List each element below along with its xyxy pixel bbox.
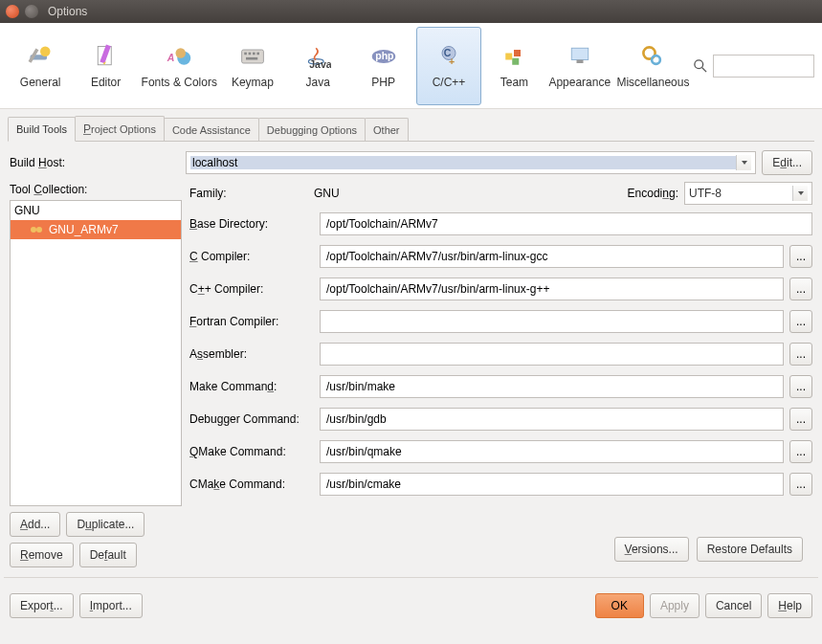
cmake-command-input[interactable] bbox=[320, 473, 784, 496]
build-host-value: localhost bbox=[190, 156, 736, 169]
cpp-compiler-input[interactable] bbox=[320, 278, 784, 300]
make-command-label: Make Command: bbox=[189, 380, 314, 393]
cpp-compiler-label: C++ Compiler: bbox=[189, 282, 314, 296]
category-toolbar: General Editor A Fonts & Colors Keymap J… bbox=[0, 23, 822, 109]
cpp-icon: C+ bbox=[435, 43, 462, 70]
tab-build-tools[interactable]: Build Tools bbox=[8, 117, 76, 142]
appearance-icon bbox=[567, 43, 593, 70]
category-label: General bbox=[20, 76, 61, 89]
chevron-down-icon[interactable] bbox=[736, 155, 751, 170]
svg-rect-22 bbox=[514, 50, 521, 56]
svg-point-31 bbox=[36, 227, 42, 233]
category-java[interactable]: Java Java bbox=[285, 27, 350, 105]
tool-collection-label: Tool Collection: bbox=[10, 179, 182, 200]
svg-text:A: A bbox=[167, 52, 175, 63]
fortran-compiler-browse-button[interactable]: ... bbox=[789, 310, 812, 333]
close-icon[interactable] bbox=[6, 5, 19, 18]
category-team[interactable]: Team bbox=[481, 27, 546, 105]
svg-text:php: php bbox=[375, 49, 393, 60]
assembler-browse-button[interactable]: ... bbox=[789, 343, 812, 366]
svg-rect-11 bbox=[253, 52, 255, 55]
svg-point-27 bbox=[653, 56, 661, 64]
help-button[interactable]: Help bbox=[767, 593, 812, 618]
assembler-input[interactable] bbox=[320, 343, 784, 366]
cancel-button[interactable]: Cancel bbox=[705, 593, 762, 618]
tab-code-assistance[interactable]: Code Assistance bbox=[164, 118, 259, 142]
sub-tabs: Build Tools Project Options Code Assista… bbox=[0, 115, 822, 142]
search-icon bbox=[694, 59, 707, 73]
category-keymap[interactable]: Keymap bbox=[220, 27, 285, 105]
category-label: Miscellaneous bbox=[616, 76, 689, 89]
debugger-command-input[interactable] bbox=[320, 408, 784, 431]
encoding-combo[interactable]: UTF-8 bbox=[684, 182, 812, 205]
category-miscellaneous[interactable]: Miscellaneous bbox=[612, 27, 694, 105]
category-appearance[interactable]: Appearance bbox=[547, 27, 612, 105]
php-icon: php bbox=[370, 43, 397, 70]
category-label: Keymap bbox=[232, 76, 274, 89]
cpp-compiler-browse-button[interactable]: ... bbox=[789, 278, 812, 300]
fortran-compiler-input[interactable] bbox=[320, 310, 784, 333]
editor-icon bbox=[93, 43, 120, 70]
encoding-label: Encoding: bbox=[628, 187, 678, 200]
c-compiler-input[interactable] bbox=[320, 245, 784, 268]
default-button[interactable]: Default bbox=[79, 543, 137, 567]
make-command-input[interactable] bbox=[320, 375, 784, 398]
fortran-compiler-label: Fortran Compiler: bbox=[189, 315, 314, 328]
encoding-value: UTF-8 bbox=[689, 187, 792, 200]
tab-project-options[interactable]: Project Options bbox=[75, 116, 165, 142]
ok-button[interactable]: OK bbox=[595, 593, 644, 618]
family-label: Family: bbox=[189, 187, 314, 200]
title-bar: Options bbox=[0, 0, 822, 23]
dialog-buttons: Export... Import... OK Apply Cancel Help bbox=[0, 588, 822, 624]
team-icon bbox=[500, 43, 527, 70]
window-title: Options bbox=[48, 5, 87, 18]
tab-debugging-options[interactable]: Debugging Options bbox=[258, 118, 366, 142]
base-directory-input[interactable] bbox=[320, 212, 812, 235]
restore-defaults-button[interactable]: Restore Defaults bbox=[697, 537, 803, 562]
versions-button[interactable]: Versions... bbox=[614, 537, 689, 562]
tool-collection-tree[interactable]: GNU GNU_ARMv7 bbox=[10, 200, 182, 506]
debugger-command-label: Debugger Command: bbox=[189, 412, 314, 426]
category-label: Fonts & Colors bbox=[142, 76, 217, 89]
category-label: Appearance bbox=[548, 76, 611, 89]
build-host-combo[interactable]: localhost bbox=[186, 151, 756, 174]
svg-rect-24 bbox=[571, 48, 589, 59]
svg-point-28 bbox=[695, 59, 703, 68]
svg-text:+: + bbox=[449, 55, 455, 66]
category-fonts-colors[interactable]: A Fonts & Colors bbox=[139, 27, 220, 105]
minimize-icon[interactable] bbox=[25, 5, 38, 18]
export-button[interactable]: Export... bbox=[10, 593, 74, 618]
category-editor[interactable]: Editor bbox=[73, 27, 138, 105]
tab-separator bbox=[8, 141, 814, 142]
svg-point-1 bbox=[40, 46, 51, 56]
toolchain-icon bbox=[30, 225, 43, 234]
tab-other[interactable]: Other bbox=[365, 118, 409, 142]
cmake-command-browse-button[interactable]: ... bbox=[789, 473, 812, 496]
tree-item-gnu-armv7[interactable]: GNU_ARMv7 bbox=[11, 220, 181, 239]
debugger-command-browse-button[interactable]: ... bbox=[789, 408, 812, 431]
family-value: GNU bbox=[314, 187, 534, 200]
import-button[interactable]: Import... bbox=[79, 593, 143, 618]
svg-rect-8 bbox=[242, 50, 264, 63]
category-general[interactable]: General bbox=[8, 27, 73, 105]
fonts-colors-icon: A bbox=[166, 43, 192, 70]
category-cpp[interactable]: C+ C/C++ bbox=[416, 27, 481, 105]
chevron-down-icon[interactable] bbox=[792, 186, 808, 201]
java-icon: Java bbox=[304, 43, 331, 70]
add-button[interactable]: Add... bbox=[10, 512, 60, 537]
c-compiler-browse-button[interactable]: ... bbox=[789, 245, 812, 268]
tree-item-gnu[interactable]: GNU bbox=[11, 201, 181, 220]
search-input[interactable] bbox=[713, 55, 814, 78]
qmake-command-browse-button[interactable]: ... bbox=[789, 440, 812, 463]
category-php[interactable]: php PHP bbox=[350, 27, 415, 105]
svg-line-29 bbox=[702, 67, 706, 71]
svg-rect-21 bbox=[506, 53, 513, 59]
remove-button[interactable]: Remove bbox=[10, 543, 74, 567]
svg-rect-25 bbox=[576, 59, 583, 63]
make-command-browse-button[interactable]: ... bbox=[789, 375, 812, 398]
qmake-command-input[interactable] bbox=[320, 440, 784, 463]
c-compiler-label: C Compiler: bbox=[189, 250, 314, 263]
duplicate-button[interactable]: Duplicate... bbox=[66, 512, 144, 537]
category-label: C/C++ bbox=[433, 76, 466, 89]
edit-host-button[interactable]: Edit... bbox=[762, 150, 812, 175]
